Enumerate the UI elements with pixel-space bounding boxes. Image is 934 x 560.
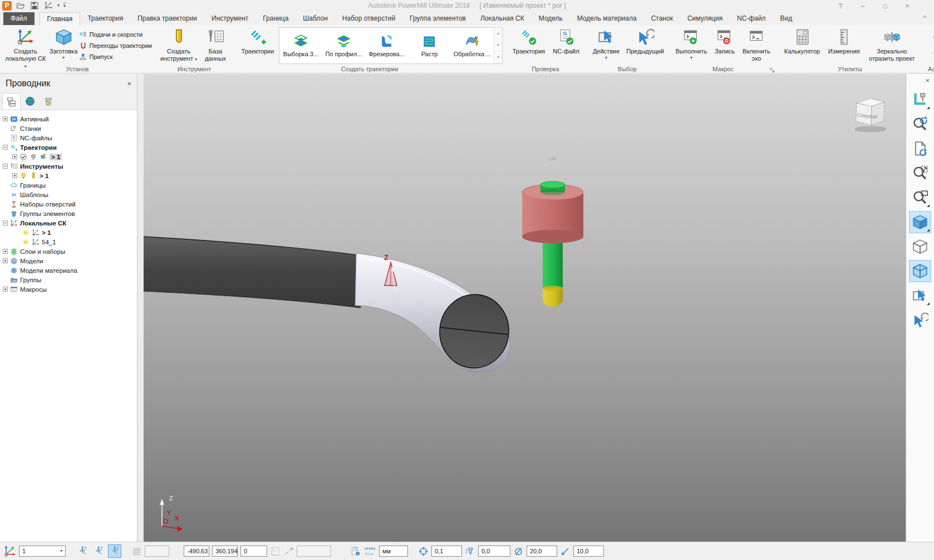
- tab-home[interactable]: Главная: [40, 12, 81, 25]
- wcs-quick-button[interactable]: [43, 1, 53, 11]
- page-refresh-button[interactable]: [909, 137, 931, 160]
- previous-selection-button[interactable]: Предыдущий: [624, 27, 666, 56]
- tree-item-machines[interactable]: Станки: [3, 124, 137, 133]
- view-along-x-button[interactable]: X: [76, 544, 89, 558]
- tab-machine[interactable]: Станок: [644, 12, 680, 25]
- a360-button[interactable]: A360: [926, 27, 934, 56]
- help-button[interactable]: ?: [836, 2, 845, 10]
- tree-item-stock-models[interactable]: Модели материала: [3, 266, 137, 275]
- zoom-refresh-button[interactable]: [909, 113, 931, 135]
- tab-feature-group[interactable]: Группа элементов: [402, 12, 473, 25]
- thickness-button[interactable]: Припуск: [79, 52, 152, 62]
- tree-item-nc-files[interactable]: NC-файлы: [3, 133, 137, 143]
- wcs-dropdown-icon[interactable]: ▾: [57, 3, 60, 8]
- view-along-y-button[interactable]: Y: [92, 544, 105, 558]
- strategy-model-area-clearance[interactable]: Выборка 3...: [279, 28, 322, 63]
- customize-qat-icon[interactable]: ▾: [63, 3, 66, 8]
- verify-toolpath-button[interactable]: Траектория: [508, 27, 549, 56]
- tree-item-tools[interactable]: −Инструменты: [3, 161, 137, 171]
- feeds-speeds-button[interactable]: Подачи и скорости: [79, 30, 152, 40]
- wireframe-view-button[interactable]: [909, 235, 931, 258]
- tab-hole-set[interactable]: Набор отверстий: [335, 12, 402, 25]
- tree-item-feature-groups[interactable]: Группы элементов: [3, 209, 137, 218]
- gallery-down-icon[interactable]: ▾: [494, 40, 502, 51]
- view-cube[interactable]: Спереди Справа: [547, 99, 887, 162]
- measure-button[interactable]: Измерения: [824, 27, 863, 56]
- wcs-selector[interactable]: 1 ▾: [19, 546, 66, 557]
- tree-item-toolpaths[interactable]: −Траектории: [3, 143, 137, 152]
- open-project-button[interactable]: [16, 1, 26, 11]
- tool-database-button[interactable]: База данных: [200, 27, 231, 63]
- close-button[interactable]: ×: [903, 2, 912, 10]
- strategy-corner-mill[interactable]: Фрезерова...: [365, 28, 408, 63]
- expander-icon[interactable]: +: [3, 249, 8, 254]
- expander-icon[interactable]: +: [3, 258, 8, 263]
- expander-icon[interactable]: +: [3, 116, 8, 121]
- strategy-machining[interactable]: Обработка ...: [451, 28, 494, 63]
- length-field[interactable]: 10,0: [573, 546, 604, 557]
- cursor-x-field[interactable]: -490,63: [184, 546, 209, 557]
- expander-icon[interactable]: +: [3, 287, 8, 292]
- thickness-field[interactable]: 0,0: [478, 546, 510, 557]
- tree-item-levels-sets[interactable]: +Слои и наборы: [3, 247, 137, 256]
- macro-record-button[interactable]: Запись: [711, 27, 739, 56]
- xyz-list-icon[interactable]: [270, 546, 281, 557]
- block-view-button[interactable]: [909, 89, 931, 111]
- tree-item-hole-sets[interactable]: Наборы отверстий: [3, 199, 137, 209]
- macro-run-button[interactable]: Выполнить ▾: [672, 27, 711, 61]
- tab-nc-file[interactable]: NC-файл: [730, 12, 773, 25]
- view-along-z-button[interactable]: Z: [108, 544, 121, 558]
- cutting-tool-model[interactable]: [522, 181, 583, 307]
- macro-echo-button[interactable]: Включить эхо: [739, 27, 774, 63]
- tab-workplane[interactable]: Локальная СК: [473, 12, 532, 25]
- tab-toolpath[interactable]: Траектория: [80, 12, 130, 25]
- tab-pattern[interactable]: Шаблон: [296, 12, 335, 25]
- tree-item-patterns[interactable]: Шаблоны: [3, 190, 137, 199]
- panel-splitter[interactable]: [137, 74, 144, 542]
- tree-item-workplane-1[interactable]: > 1: [3, 228, 137, 237]
- explorer-tab-recycle[interactable]: [39, 93, 57, 110]
- tree-item-workplanes[interactable]: −Локальные СК: [3, 218, 137, 228]
- toolpaths-button[interactable]: Траектории: [237, 27, 279, 56]
- collapse-ribbon-icon[interactable]: ^: [923, 14, 926, 21]
- tab-tool[interactable]: Инструмент: [204, 12, 255, 25]
- expander-icon[interactable]: −: [3, 164, 8, 169]
- viewport-3d[interactable]: Z Z: [144, 74, 906, 542]
- tree-item-models[interactable]: +Модели: [3, 256, 137, 266]
- explorer-close-icon[interactable]: ×: [127, 80, 131, 88]
- expander-icon[interactable]: +: [12, 173, 17, 178]
- tab-model[interactable]: Модель: [532, 12, 570, 25]
- wcs-status-icon[interactable]: [3, 545, 16, 558]
- expander-icon[interactable]: −: [3, 220, 8, 225]
- create-wcs-button[interactable]: Создать локальную СК ▾: [3, 27, 48, 71]
- tree-item-macros[interactable]: +Макросы: [3, 284, 137, 294]
- pipe-model[interactable]: [144, 237, 513, 372]
- zoom-to-fit-button[interactable]: [909, 162, 931, 184]
- tab-simulation[interactable]: Симуляция: [680, 12, 730, 25]
- units-field[interactable]: мм: [379, 546, 408, 557]
- explorer-tab-web[interactable]: [21, 93, 39, 110]
- strategy-profile[interactable]: По профил...: [322, 28, 365, 63]
- shaded-view-button[interactable]: [909, 211, 931, 233]
- explorer-tab-tree[interactable]: [2, 93, 21, 110]
- diameter-field[interactable]: 20,0: [527, 546, 557, 557]
- save-project-button[interactable]: [30, 1, 40, 11]
- tolerance-field[interactable]: 0,1: [431, 546, 462, 557]
- tree-item-boundaries[interactable]: Границы: [3, 180, 137, 190]
- expander-icon[interactable]: +: [12, 154, 17, 159]
- gallery-more-icon[interactable]: ▾: [494, 52, 502, 63]
- cursor-y-field[interactable]: 360,194: [212, 546, 238, 557]
- mirror-project-button[interactable]: Зеркально отразить проект: [863, 27, 920, 63]
- minimize-button[interactable]: –: [858, 2, 867, 10]
- tab-boundary[interactable]: Граница: [255, 12, 296, 25]
- tab-file[interactable]: Файл: [3, 12, 35, 25]
- powermill-logo-icon[interactable]: P: [2, 1, 12, 11]
- restore-button[interactable]: □: [881, 2, 889, 10]
- tree-item-toolpath-1[interactable]: +> 1: [3, 152, 137, 161]
- view-toolbar-close-icon[interactable]: ×: [925, 76, 930, 87]
- grid-size-field[interactable]: [145, 546, 169, 557]
- position-panel-icon[interactable]: [350, 546, 361, 557]
- create-tool-button[interactable]: Создать инструмент ▾: [158, 27, 200, 63]
- translucent-view-button[interactable]: [909, 260, 931, 282]
- tree-item-workplane-54-1[interactable]: 54_1: [3, 237, 137, 247]
